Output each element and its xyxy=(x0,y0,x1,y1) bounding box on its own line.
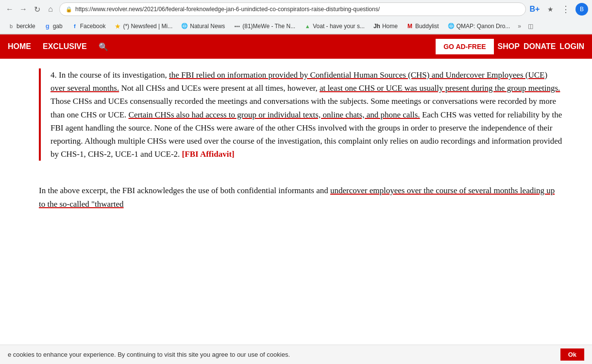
bookmark-facebook[interactable]: f Facebook xyxy=(68,21,110,31)
bookmark-berckle-label: berckle xyxy=(17,23,35,30)
nav-exclusive[interactable]: EXCLUSIVE xyxy=(43,42,87,51)
bookmark-buddylist-label: Buddylist xyxy=(415,23,439,30)
cookie-text: e cookies to enhance your experience. By… xyxy=(8,351,290,358)
extensions-button[interactable]: B+ xyxy=(529,3,541,15)
bookmark-qmap[interactable]: 🌐 QMAP: Qanon Dro... xyxy=(444,21,514,31)
bookmark-voat[interactable]: ▲ Voat - have your s... xyxy=(300,21,369,31)
extensions-icon[interactable]: ◫ xyxy=(525,21,536,31)
facebook-icon: f xyxy=(71,23,78,30)
bookmark-home-label: Home xyxy=(382,23,398,30)
underlined-text-2: at least one CHS or UCE was usually pres… xyxy=(320,83,560,93)
reload-button[interactable]: ↻ xyxy=(31,3,43,15)
bookmarks-bar: b berckle g gab f Facebook ★ (*) Newsfee… xyxy=(0,18,592,34)
jh-icon: Jh xyxy=(373,23,380,30)
buddylist-icon: M xyxy=(406,23,413,30)
newsfeed-icon: ★ xyxy=(114,23,121,30)
nav-home[interactable]: HOME xyxy=(8,35,31,58)
browser-actions: B+ ★ ⋮ B xyxy=(529,3,588,16)
article-paragraph-2: In the above excerpt, the FBI acknowledg… xyxy=(39,184,563,210)
cookie-ok-button[interactable]: Ok xyxy=(560,348,584,361)
cookie-bar: e cookies to enhance your experience. By… xyxy=(0,345,592,364)
paragraph-spacer xyxy=(39,172,563,184)
fbi-affidavit-link[interactable]: [FBI Affidavit] xyxy=(182,149,235,159)
home-nav-button[interactable]: ⌂ xyxy=(45,3,56,15)
bookmark-mewe[interactable]: ••• (81)MeWe - The N... xyxy=(230,21,299,31)
article-area: 4. In the course of its investigation, t… xyxy=(0,59,592,220)
more-bookmarks-button[interactable]: » xyxy=(515,21,524,31)
login-button[interactable]: LOGIN xyxy=(559,42,584,51)
address-bar[interactable]: 🔒 https://www.revolver.news/2021/06/fede… xyxy=(59,2,526,16)
bookmark-facebook-label: Facebook xyxy=(80,23,106,30)
donate-button[interactable]: DONATE xyxy=(524,42,556,51)
bookmark-berckle[interactable]: b berckle xyxy=(4,21,39,31)
profile-button[interactable]: B xyxy=(575,3,588,16)
berckle-icon: b xyxy=(8,23,15,30)
mewe-icon: ••• xyxy=(234,23,240,30)
url-text: https://www.revolver.news/2021/06/federa… xyxy=(75,6,380,13)
browser-chrome: ← → ↻ ⌂ 🔒 https://www.revolver.news/2021… xyxy=(0,0,592,34)
bookmark-gab[interactable]: g gab xyxy=(40,21,67,31)
nav-left: HOME EXCLUSIVE 🔍 xyxy=(8,35,108,58)
nav-right: GO AD-FREE SHOP DONATE LOGIN xyxy=(436,39,584,54)
bookmark-mewe-label: (81)MeWe - The N... xyxy=(242,23,295,30)
address-bar-row: ← → ↻ ⌂ 🔒 https://www.revolver.news/2021… xyxy=(0,0,592,18)
bookmark-newsfeed[interactable]: ★ (*) Newsfeed | Mi... xyxy=(110,21,176,31)
natural-news-icon: 🌐 xyxy=(181,23,188,30)
underlined-text-4: undercover employees over the course of … xyxy=(39,186,555,208)
nav-icons: ← → ↻ ⌂ xyxy=(4,3,56,15)
voat-icon: ▲ xyxy=(304,23,311,30)
underlined-text-3: Certain CHSs also had access to group or… xyxy=(129,110,420,119)
back-button[interactable]: ← xyxy=(4,3,16,15)
bookmark-gab-label: gab xyxy=(53,23,63,30)
site-navigation: HOME EXCLUSIVE 🔍 GO AD-FREE SHOP DONATE … xyxy=(0,34,592,59)
shop-button[interactable]: SHOP xyxy=(498,42,520,51)
qmap-icon: 🌐 xyxy=(448,23,455,30)
bookmark-voat-label: Voat - have your s... xyxy=(313,23,365,30)
bookmark-natural-news-label: Natural News xyxy=(190,23,225,30)
lock-icon: 🔒 xyxy=(66,6,72,13)
bookmark-newsfeed-label: (*) Newsfeed | Mi... xyxy=(123,23,172,30)
bookmark-qmap-label: QMAP: Qanon Dro... xyxy=(457,23,510,30)
search-icon[interactable]: 🔍 xyxy=(99,42,108,51)
go-ad-free-button[interactable]: GO AD-FREE xyxy=(436,39,493,54)
article-paragraph-1: 4. In the course of its investigation, t… xyxy=(51,68,563,161)
bookmark-natural-news[interactable]: 🌐 Natural News xyxy=(177,21,229,31)
bookmark-button[interactable]: ★ xyxy=(544,3,556,15)
bookmark-buddylist[interactable]: M Buddylist xyxy=(403,21,443,31)
forward-button[interactable]: → xyxy=(17,3,29,15)
gab-icon: g xyxy=(44,23,51,30)
quote-block: 4. In the course of its investigation, t… xyxy=(39,68,563,161)
menu-button[interactable]: ⋮ xyxy=(560,3,572,15)
bookmark-home[interactable]: Jh Home xyxy=(370,21,402,31)
